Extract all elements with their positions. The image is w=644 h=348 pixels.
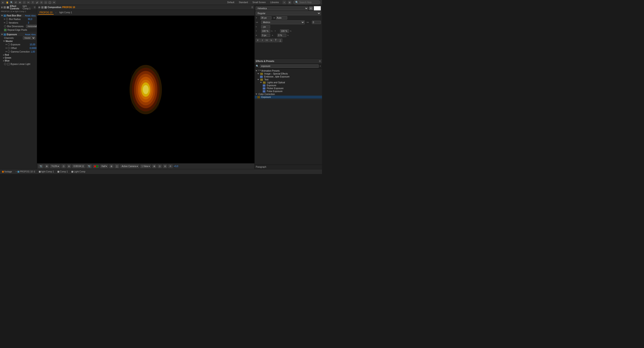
lights-toggle[interactable] xyxy=(260,82,262,83)
font-style-select[interactable]: Regular xyxy=(256,12,321,15)
exposure-preset[interactable]: Exposure xyxy=(255,84,322,87)
timecode-display[interactable]: 0:00:04:11 xyxy=(72,164,85,168)
fast-box-blur-header[interactable]: fx Fast Box Blur Reset Abou xyxy=(0,14,36,17)
font-family-select[interactable]: Helvetica xyxy=(256,6,308,10)
blur-radius-anim-icon[interactable] xyxy=(6,18,8,20)
color-btn[interactable] xyxy=(93,165,99,168)
font-auto-input[interactable] xyxy=(276,16,287,20)
green-toggle[interactable] xyxy=(3,57,4,58)
allcaps-btn[interactable]: TT xyxy=(265,38,269,42)
font-edit-icon[interactable]: ✏ xyxy=(309,6,313,10)
transparency-btn[interactable]: ⊞ xyxy=(109,164,114,168)
image-special-fx-folder[interactable]: Image – Special Effects xyxy=(255,72,322,75)
exp-val-expand[interactable] xyxy=(6,44,7,45)
workspace-libraries[interactable]: Libraries xyxy=(270,1,280,4)
comp-tab-profog[interactable]: PROFOG 10 xyxy=(38,11,54,14)
puppet-tool[interactable]: ✦ xyxy=(52,1,56,4)
tab-profog[interactable]: × PROFOG 10 ☰ xyxy=(14,170,36,173)
offset-value[interactable]: 0,0000 xyxy=(30,47,36,50)
exposure-toggle[interactable] xyxy=(1,34,3,35)
profog-tab-menu[interactable]: ☰ xyxy=(34,171,35,173)
search-help-box[interactable]: 🔍 xyxy=(293,0,320,4)
iterations-anim-icon[interactable] xyxy=(6,22,8,24)
master-toggle[interactable] xyxy=(3,41,5,42)
blue-group[interactable]: Blue xyxy=(0,59,36,62)
offset-anim[interactable] xyxy=(8,47,10,49)
fast-box-blur-toggle[interactable] xyxy=(1,15,3,16)
profog-tab-close[interactable]: × xyxy=(16,171,16,173)
camera-dropdown[interactable]: Active Camera ▾ xyxy=(120,164,139,168)
gamma-anim[interactable] xyxy=(8,50,10,53)
anchor-tool[interactable]: ⊕ xyxy=(18,1,22,4)
blur-dims-anim-icon[interactable] xyxy=(4,25,6,28)
brush-tool[interactable]: 🖌 xyxy=(35,1,39,4)
view-options-btn[interactable]: ⊞ xyxy=(45,164,49,168)
effects-search-clear[interactable]: × xyxy=(320,65,321,67)
eraser-tool[interactable]: ◻ xyxy=(44,1,48,4)
text-tool[interactable]: T xyxy=(31,1,34,4)
sub-btn[interactable]: T xyxy=(278,38,282,42)
bypass-anim[interactable] xyxy=(4,63,6,65)
panel-menu-icon[interactable]: ☰ xyxy=(34,6,36,8)
roto-tool[interactable]: ◯ xyxy=(48,1,52,4)
quality-dropdown[interactable]: Half ▾ xyxy=(100,164,108,168)
pulse-exposure-preset[interactable]: Pulse Exposure xyxy=(255,90,322,93)
fast-box-blur-reset[interactable]: Reset xyxy=(25,14,30,17)
blur-radius-expand[interactable] xyxy=(4,18,5,20)
tracking-input[interactable] xyxy=(312,21,321,24)
italic-btn[interactable]: T xyxy=(260,38,264,42)
rotate-tool[interactable]: ↺ xyxy=(14,1,18,4)
blue-toggle[interactable] xyxy=(3,60,4,62)
metrics-select[interactable]: Metrics xyxy=(261,20,305,24)
search-help-input[interactable] xyxy=(299,1,317,4)
exposure-highlighted-preset[interactable]: Exposure xyxy=(255,96,322,98)
panel-close-btn[interactable]: × xyxy=(1,6,3,8)
fit-btn[interactable]: ⊡ xyxy=(62,164,66,168)
gamma-value[interactable]: 1,00 xyxy=(30,50,35,53)
comp-viewport[interactable] xyxy=(37,16,254,163)
kerning-h-input[interactable] xyxy=(261,30,270,33)
bold-btn[interactable]: T xyxy=(256,38,260,42)
safe-margins-btn[interactable]: ⊟ xyxy=(67,164,71,168)
super-btn[interactable]: T xyxy=(274,38,278,42)
repeat-edge-cb[interactable]: ✓ xyxy=(4,29,6,31)
channels-select[interactable]: Master xyxy=(23,36,36,40)
shape-tool[interactable]: □ xyxy=(22,1,26,4)
gamma-expand[interactable] xyxy=(6,51,7,52)
zoom-tool[interactable]: 🔍 xyxy=(10,1,13,4)
anim-presets-toggle[interactable] xyxy=(256,70,257,72)
color-corr-toggle[interactable] xyxy=(256,94,257,95)
leading-input[interactable] xyxy=(261,25,270,28)
text-folder[interactable]: Text xyxy=(255,78,322,81)
comp-tab-lightcomp[interactable]: light Comp 1 xyxy=(58,11,74,14)
font-size-input[interactable] xyxy=(260,16,272,20)
tab-comp1[interactable]: Comp 1 xyxy=(56,170,69,173)
lights-optical-folder[interactable]: Lights and Optical xyxy=(255,81,322,84)
effects-search-input[interactable] xyxy=(260,64,319,68)
exposure-prop-value[interactable]: 10,00 xyxy=(30,43,35,46)
render-btn[interactable]: ⊟ xyxy=(163,164,167,168)
exp-val-anim[interactable] xyxy=(8,43,10,46)
exposure-about[interactable]: Abou xyxy=(31,34,36,36)
green-group[interactable]: Green xyxy=(0,56,36,59)
selection-tool[interactable]: ▸ xyxy=(1,1,5,4)
tab-footage[interactable]: footage xyxy=(1,170,13,173)
hand-tool[interactable]: ✋ xyxy=(6,1,9,4)
reset-btn[interactable]: ⟳ xyxy=(168,164,172,168)
iterations-value[interactable]: 3 xyxy=(28,22,29,24)
tsumi-input[interactable] xyxy=(277,34,286,37)
embosse-preset[interactable]: Embosse...tiple Exposure xyxy=(255,75,322,78)
offset-expand[interactable] xyxy=(6,47,7,49)
workspace-small-screen[interactable]: Small Screen xyxy=(252,1,266,4)
iterations-expand[interactable] xyxy=(4,22,5,23)
panel-options-icon[interactable]: ⊞ xyxy=(288,1,292,4)
effects-menu-icon[interactable]: ☰ xyxy=(319,60,321,62)
baseline-input[interactable] xyxy=(261,34,270,37)
red-group[interactable]: Red xyxy=(0,54,36,56)
bypass-cb[interactable] xyxy=(7,63,10,65)
snapshot-btn[interactable]: 📷 xyxy=(38,164,43,168)
animation-presets-group[interactable]: * * Animation Presets xyxy=(255,70,322,72)
workspace-default[interactable]: Default xyxy=(226,1,235,4)
tab-lightcomp1[interactable]: light Comp 1 xyxy=(38,170,55,173)
flicker-exposure-preset[interactable]: Flicker Exposure xyxy=(255,87,322,90)
